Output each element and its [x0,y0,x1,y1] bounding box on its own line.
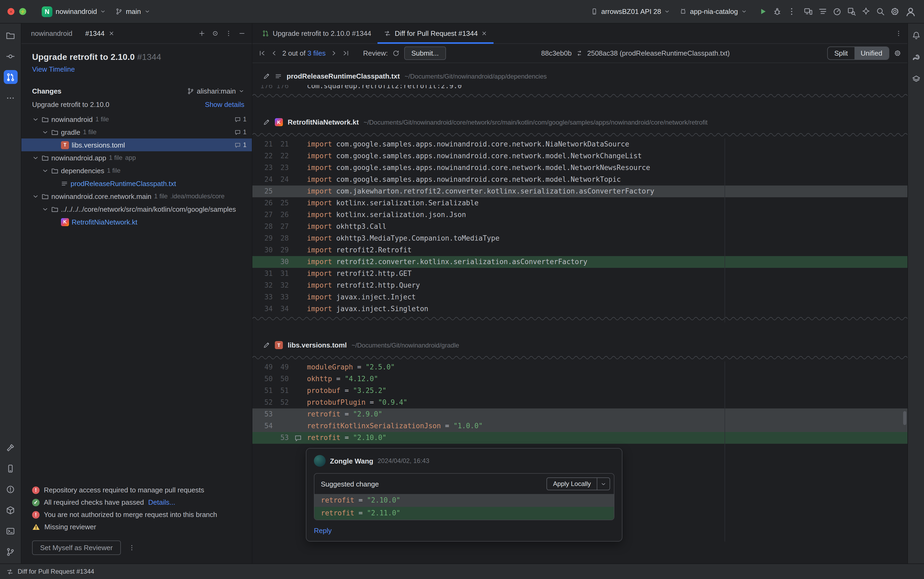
edit-pencil-icon[interactable] [263,119,270,126]
first-file-icon[interactable] [259,50,266,57]
tab-diff[interactable]: Diff for Pull Request #1344 [378,23,494,43]
more-tool-windows-icon[interactable] [3,91,17,105]
diff-settings-gear-icon[interactable] [894,50,901,57]
reply-link[interactable]: Reply [314,527,332,535]
branch-widget[interactable]: main [112,5,154,18]
edit-pencil-icon[interactable] [263,73,270,80]
margin-guide-line [724,139,725,322]
file-name: libs.versions.toml [288,341,347,349]
pull-requests-tool-icon[interactable] [3,70,17,84]
kotlin-file-icon: K [61,218,69,226]
device-manager-tool-icon[interactable] [3,461,17,475]
project-widget[interactable]: N nowinandroid [38,4,110,19]
chevron-expanded-icon[interactable] [42,206,49,213]
zoom-window-button[interactable]: ⚡ [19,8,26,15]
files-count-link[interactable]: 3 files [307,49,325,57]
panel-options-icon[interactable] [225,30,232,37]
notice-not-authorized: ! You are not authorized to merge reques… [21,509,252,521]
suggested-change-box: Suggested change Apply Locally retrofit … [314,473,614,520]
show-details-link[interactable]: Show details [205,100,244,108]
tree-item-nowinandroid[interactable]: nowinandroid1 file 1 [21,113,252,126]
line-comment-bubble-icon[interactable] [289,432,307,444]
previous-file-icon[interactable] [271,50,278,57]
margin-guide-line [724,361,725,541]
notifications-bell-icon[interactable] [909,28,923,42]
profiler-icon[interactable] [832,7,842,16]
tree-item-nowinandroid-app[interactable]: nowinandroid.app1 fileapp [21,151,252,164]
reviewer-more-options-icon[interactable] [128,544,135,551]
settings-gear-icon[interactable] [890,7,899,16]
details-link[interactable]: Details... [148,498,175,506]
set-myself-as-reviewer-button[interactable]: Set Myself as Reviewer [32,540,121,555]
tree-item-libs-versions-toml[interactable]: T libs.versions.toml 1 [21,139,252,151]
more-actions-icon[interactable] [787,7,796,16]
comment-count-icon [235,129,241,135]
commit-tool-icon[interactable] [3,49,17,63]
build-tool-icon[interactable] [3,440,17,455]
device-selector[interactable]: arrowsBZ01 API 28 [587,5,674,18]
comment-count-icon [235,116,241,122]
chevron-expanded-icon[interactable] [32,193,39,200]
terminal-tool-icon[interactable] [3,524,17,538]
refresh-icon[interactable] [392,50,399,57]
chevron-expanded-icon[interactable] [42,129,49,136]
problems-tool-icon[interactable] [3,482,17,496]
user-profile-icon[interactable] [905,6,916,17]
last-file-icon[interactable] [342,50,349,57]
apply-locally-button[interactable]: Apply Locally [547,478,610,490]
collapsed-region-separator[interactable] [252,354,908,361]
close-tab-icon[interactable] [108,31,114,36]
chevron-expanded-icon[interactable] [42,167,49,174]
collapsed-region-separator[interactable] [252,92,908,100]
diff-file-retrofitnianetwork: K RetrofitNiaNetwork.kt ~/Documents/Git/… [252,113,908,322]
tab-pull-request[interactable]: Upgrade retrofit to 2.10.0 #1344 [255,23,378,43]
folder-icon [42,154,49,161]
tree-item-dependencies[interactable]: dependencies1 file [21,164,252,177]
logcat-icon[interactable] [818,7,827,16]
diff-file-prodrelease: prodReleaseRuntimeClasspath.txt ~/Docume… [252,67,908,100]
collapsed-region-separator[interactable] [252,315,908,322]
edit-pencil-icon[interactable] [263,342,270,348]
close-tab-icon[interactable] [481,31,487,36]
app-inspection-icon[interactable] [847,7,856,16]
tab-pr-1344[interactable]: #1344 [79,23,121,43]
locate-icon[interactable] [212,30,219,37]
chevron-expanded-icon[interactable] [32,116,39,123]
view-timeline-link[interactable]: View Timeline [32,65,75,73]
chevron-expanded-icon[interactable] [32,154,39,161]
tree-item-gradle[interactable]: gradle1 file 1 [21,126,252,139]
debug-button[interactable] [773,7,782,16]
hide-panel-icon[interactable] [239,30,245,37]
version-control-tool-icon[interactable] [3,545,17,559]
tree-item-core-network-path[interactable]: ../../../../core/network/src/main/kotlin… [21,203,252,216]
split-mode-button[interactable]: Split [828,47,854,59]
scrollbar-thumb[interactable] [903,411,906,425]
running-devices-tool-icon[interactable] [909,72,923,86]
tree-item-prodrelease-txt[interactable]: prodReleaseRuntimeClasspath.txt [21,177,252,190]
commit-hash-left: 88c3eb0b [541,49,572,57]
apply-options-chevron-icon[interactable] [597,478,610,490]
run-config-selector[interactable]: app-nia-catalog [676,5,751,18]
code-block: 2121import com.google.samples.apps.nowin… [252,139,908,315]
tree-item-core-network-main[interactable]: nowinandroid.core.network.main1 file.ide… [21,190,252,203]
tab-nowinandroid[interactable]: nowinandroid [25,23,79,43]
ai-assistant-icon[interactable] [862,7,870,16]
ide-window: × ⚡ N nowinandroid main arrowsBZ01 API 2… [0,0,924,579]
diff-code-line: 3232import retrofit2.http.Query [252,280,908,291]
device-mirroring-icon[interactable] [804,7,813,16]
submit-review-button[interactable]: Submit... [404,46,446,60]
pr-branch-widget[interactable]: alishari:main [187,87,244,95]
dependencies-tool-icon[interactable] [3,503,17,517]
close-window-button[interactable]: × [8,8,15,15]
search-everywhere-icon[interactable] [876,7,885,16]
gradle-tool-icon[interactable] [909,50,923,64]
project-tool-icon[interactable] [3,28,17,42]
run-button[interactable] [758,7,767,16]
tree-item-retrofitnianetwork-kt[interactable]: K RetrofitNiaNetwork.kt [21,216,252,228]
add-tab-icon[interactable] [198,30,205,37]
unified-mode-button[interactable]: Unified [854,47,889,59]
editor-more-options-icon[interactable] [895,30,902,37]
notice-missing-reviewer: Missing reviewer [21,521,252,533]
collapsed-region-separator[interactable] [252,131,908,139]
next-file-icon[interactable] [330,50,337,57]
